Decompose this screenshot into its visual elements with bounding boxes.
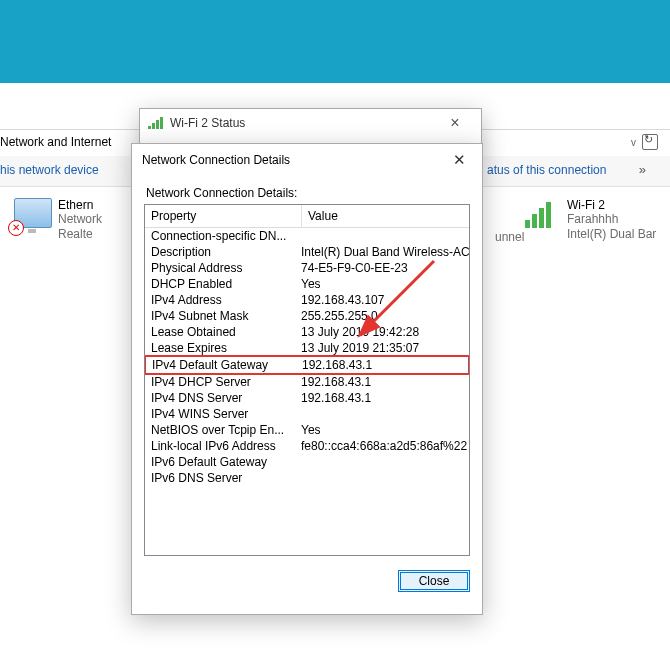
property-name: IPv6 Default Gateway: [145, 454, 295, 470]
breadcrumb[interactable]: Network and Internet: [0, 135, 111, 149]
close-button[interactable]: Close: [398, 570, 470, 592]
titlebar[interactable]: Network Connection Details ✕: [132, 144, 482, 176]
property-row[interactable]: Physical Address74-E5-F9-C0-EE-23: [145, 260, 469, 276]
property-value: 13 July 2019 21:35:07: [295, 340, 469, 356]
toolbar-overflow-icon[interactable]: »: [639, 162, 646, 177]
adapter-device: Realte: [58, 227, 102, 242]
property-row[interactable]: Connection-specific DN...: [145, 228, 469, 244]
adapter-status: Network: [58, 212, 102, 227]
property-value: [295, 406, 469, 422]
adapter-hidden-text: unnel: [495, 230, 524, 244]
property-value: [295, 228, 469, 244]
property-name: Physical Address: [145, 260, 295, 276]
refresh-icon[interactable]: [642, 134, 658, 150]
property-name: Lease Obtained: [145, 324, 295, 340]
property-value: 74-E5-F9-C0-EE-23: [295, 260, 469, 276]
property-row[interactable]: IPv4 WINS Server: [145, 406, 469, 422]
property-value: 192.168.43.107: [295, 292, 469, 308]
property-row[interactable]: NetBIOS over Tcpip En...Yes: [145, 422, 469, 438]
property-name: IPv4 WINS Server: [145, 406, 295, 422]
property-row[interactable]: IPv6 Default Gateway: [145, 454, 469, 470]
property-row[interactable]: DescriptionIntel(R) Dual Band Wireless-A…: [145, 244, 469, 260]
property-row[interactable]: IPv4 DHCP Server192.168.43.1: [145, 374, 469, 390]
window-title: Wi-Fi 2 Status: [170, 116, 437, 130]
property-name: Lease Expires: [145, 340, 295, 356]
property-name: DHCP Enabled: [145, 276, 295, 292]
property-value: 255.255.255.0: [295, 308, 469, 324]
close-icon[interactable]: ✕: [446, 151, 472, 169]
toolbar-link-status[interactable]: atus of this connection: [487, 163, 606, 177]
property-name: IPv4 Subnet Mask: [145, 308, 295, 324]
adapter-name: Ethern: [58, 198, 102, 212]
close-icon[interactable]: ×: [437, 114, 473, 132]
property-name: IPv4 Address: [145, 292, 295, 308]
property-row[interactable]: Link-local IPv6 Addressfe80::cca4:668a:a…: [145, 438, 469, 454]
disabled-x-icon: ✕: [8, 220, 24, 236]
ethernet-icon: ✕: [14, 198, 52, 228]
property-value: Yes: [295, 276, 469, 292]
wifi-icon: [525, 198, 561, 228]
address-dropdown-icon[interactable]: v: [629, 137, 638, 148]
property-value: Yes: [295, 422, 469, 438]
property-name: IPv6 DNS Server: [145, 470, 295, 486]
header-value[interactable]: Value: [302, 205, 469, 227]
toolbar-link-diagnose[interactable]: his network device: [0, 163, 99, 177]
property-value: 192.168.43.1: [295, 374, 469, 390]
property-name: Description: [145, 244, 295, 260]
property-value: 192.168.43.1: [296, 357, 468, 373]
adapter-device: Intel(R) Dual Bar: [567, 227, 656, 242]
desktop: Network and Internet v his network devic…: [0, 0, 670, 670]
property-value: [295, 454, 469, 470]
adapter-name: Wi-Fi 2: [567, 198, 656, 212]
adapter-wifi[interactable]: Wi-Fi 2 Farahhhh Intel(R) Dual Bar: [525, 198, 656, 242]
adapter-ssid: Farahhhh: [567, 212, 656, 227]
property-value: [295, 470, 469, 486]
property-name: IPv4 Default Gateway: [146, 357, 296, 373]
property-row[interactable]: IPv4 Subnet Mask255.255.255.0: [145, 308, 469, 324]
property-value: Intel(R) Dual Band Wireless-AC 3165: [295, 244, 469, 260]
property-row[interactable]: Lease Expires13 July 2019 21:35:07: [145, 340, 469, 356]
property-value: 192.168.43.1: [295, 390, 469, 406]
property-row[interactable]: IPv4 DNS Server192.168.43.1: [145, 390, 469, 406]
signal-icon: [148, 117, 164, 129]
property-name: IPv4 DNS Server: [145, 390, 295, 406]
list-label: Network Connection Details:: [146, 186, 470, 200]
property-row[interactable]: DHCP EnabledYes: [145, 276, 469, 292]
desktop-banner: [0, 0, 670, 83]
network-details-dialog: Network Connection Details ✕ Network Con…: [131, 143, 483, 615]
property-name: Link-local IPv6 Address: [145, 438, 295, 454]
property-value: fe80::cca4:668a:a2d5:86af%22: [295, 438, 469, 454]
property-list[interactable]: Property Value Connection-specific DN...…: [144, 204, 470, 556]
header-property[interactable]: Property: [145, 205, 302, 227]
property-name: NetBIOS over Tcpip En...: [145, 422, 295, 438]
property-row[interactable]: IPv6 DNS Server: [145, 470, 469, 486]
list-header: Property Value: [145, 205, 469, 228]
property-name: Connection-specific DN...: [145, 228, 295, 244]
titlebar[interactable]: Wi-Fi 2 Status ×: [140, 109, 481, 137]
property-row[interactable]: IPv4 Default Gateway192.168.43.1: [144, 355, 470, 375]
property-row[interactable]: Lease Obtained13 July 2019 19:42:28: [145, 324, 469, 340]
property-value: 13 July 2019 19:42:28: [295, 324, 469, 340]
property-row[interactable]: IPv4 Address192.168.43.107: [145, 292, 469, 308]
adapter-ethernet[interactable]: ✕ Ethern Network Realte: [14, 198, 102, 242]
property-name: IPv4 DHCP Server: [145, 374, 295, 390]
window-title: Network Connection Details: [142, 153, 446, 167]
